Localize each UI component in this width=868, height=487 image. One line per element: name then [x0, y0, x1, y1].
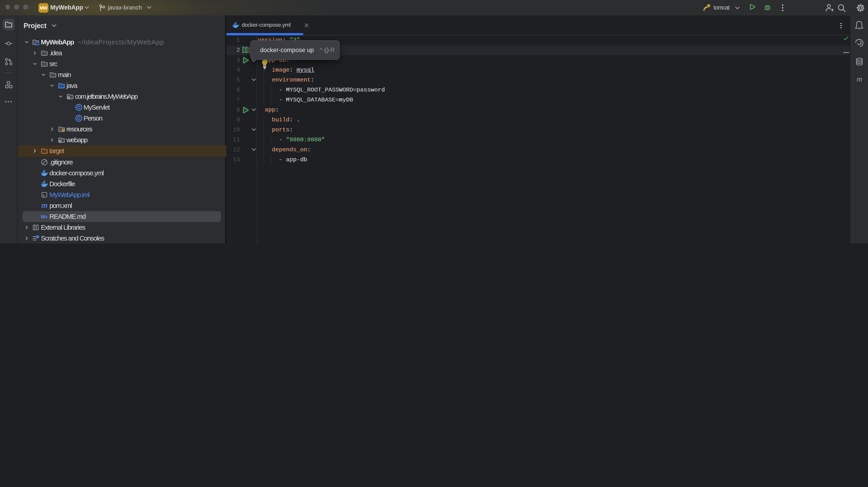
svg-text:m: m: [857, 74, 862, 83]
svg-text:C: C: [77, 105, 80, 110]
svg-text:m: m: [41, 202, 48, 209]
svg-text:C: C: [77, 116, 80, 121]
svg-text:M: M: [41, 214, 45, 219]
